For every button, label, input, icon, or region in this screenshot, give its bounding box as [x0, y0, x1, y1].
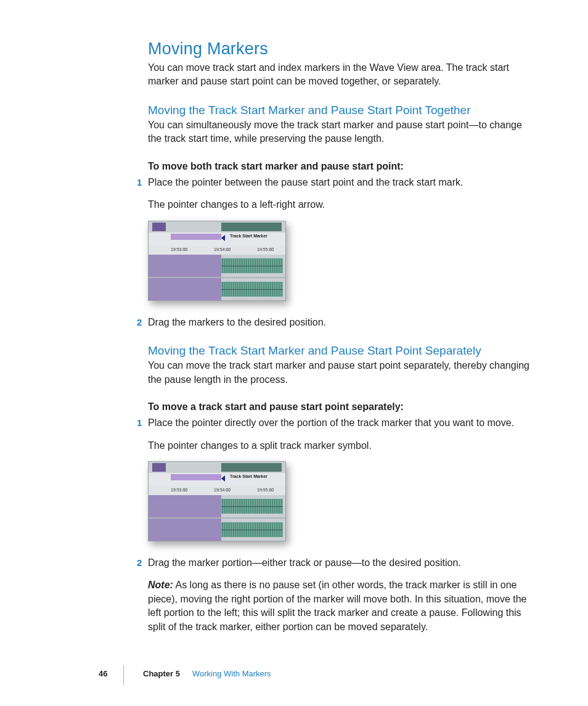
ruler-time-3: 19:55:00: [257, 488, 274, 492]
figure-top-row: [149, 462, 285, 473]
figure-1-wrap: Track Start Marker 19:53:00 19:54:00 19:…: [148, 221, 533, 301]
figure-wave-lane-1: [149, 255, 285, 277]
intro-paragraph: You can move track start and index marke…: [148, 61, 533, 89]
figure-marker-row: Track Start Marker: [149, 473, 285, 486]
figure-wave-lane-1: [149, 495, 285, 517]
step-text: Place the pointer directly over the port…: [148, 417, 514, 428]
section2-lead: You can move the track start marker and …: [148, 359, 533, 387]
step-text: Drag the markers to the desired position…: [148, 317, 326, 327]
ruler-time-1: 19:53:00: [171, 247, 187, 252]
figure-purple-block: [152, 223, 166, 231]
figure-marker-label: Track Start Marker: [230, 474, 267, 478]
note-label: Note:: [148, 580, 173, 590]
figure-ruler: 19:53:00 19:54:00 19:55:00: [149, 486, 285, 495]
figure-pause-region: [149, 278, 221, 300]
step-1-1-followup: The pointer changes to a left-right arro…: [148, 198, 533, 211]
page: Moving Markers You can move track start …: [0, 0, 588, 706]
step-number: 1: [137, 176, 142, 189]
figure-wave-lane-2: [149, 278, 285, 300]
step-number: 1: [137, 416, 142, 429]
figure-wave-lane-2: [149, 519, 285, 541]
figure-pause-bar: [171, 474, 221, 480]
figure-marker-label: Track Start Marker: [230, 234, 267, 238]
figure-top-row: [149, 221, 285, 232]
cursor-icon: [221, 473, 227, 482]
figure-waveform: [221, 282, 283, 297]
figure-waveform: [221, 499, 283, 514]
step-number: 2: [137, 316, 142, 329]
note-text: As long as there is no pause set (in oth…: [148, 580, 527, 631]
figure-pause-bar: [171, 234, 221, 240]
figure-pause-region: [149, 519, 221, 541]
figure-green-block: [221, 463, 282, 472]
ruler-time-2: 19:54:00: [214, 488, 231, 492]
step-1-1: 1 Place the pointer between the pause st…: [148, 176, 533, 189]
figure-green-block: [221, 223, 282, 231]
figure-pause-region: [149, 255, 221, 277]
page-number: 46: [99, 669, 107, 678]
heading-move-together: Moving the Track Start Marker and Pause …: [148, 104, 533, 117]
figure-2-wrap: Track Start Marker 19:53:00 19:54:00 19:…: [148, 461, 533, 541]
ruler-time-3: 19:55:00: [257, 247, 274, 252]
figure-waveview-separately: Track Start Marker 19:53:00 19:54:00 19:…: [148, 461, 286, 541]
heading-move-separately: Moving the Track Start Marker and Pause …: [148, 344, 533, 358]
step-text: Drag the marker portion—either track or …: [148, 557, 461, 568]
figure-pause-region: [149, 495, 221, 517]
procedure-title-2: To move a track start and pause start po…: [148, 400, 533, 414]
step-number: 2: [137, 556, 142, 569]
figure-marker-row: Track Start Marker: [149, 232, 285, 246]
figure-ruler: 19:53:00 19:54:00 19:55:00: [149, 246, 285, 255]
ruler-time-2: 19:54:00: [214, 247, 231, 252]
step-2-1-followup: The pointer changes to a split track mar…: [148, 439, 533, 453]
step-1-2: 2 Drag the markers to the desired positi…: [148, 316, 533, 329]
figure-waveform: [221, 258, 283, 273]
footer-rule: [123, 665, 124, 685]
figure-waveview-together: Track Start Marker 19:53:00 19:54:00 19:…: [148, 221, 286, 301]
heading-moving-markers: Moving Markers: [148, 39, 533, 59]
cursor-icon: [221, 232, 227, 241]
section1-lead: You can simultaneously move the track st…: [148, 118, 533, 146]
note-paragraph: Note: As long as there is no pause set (…: [148, 578, 533, 634]
step-2-1: 1 Place the pointer directly over the po…: [148, 416, 533, 430]
figure-waveform: [221, 522, 283, 537]
figure-purple-block: [152, 463, 166, 472]
step-2-2: 2 Drag the marker portion—either track o…: [148, 556, 533, 570]
procedure-title-1: To move both track start marker and paus…: [148, 160, 533, 173]
footer-chapter: Chapter 5: [143, 669, 180, 678]
step-text: Place the pointer between the pause star…: [148, 177, 463, 187]
ruler-time-1: 19:53:00: [171, 488, 187, 492]
footer-chapter-title: Working With Markers: [192, 669, 271, 678]
page-footer: 46 Chapter 5 Working With Markers: [0, 669, 588, 684]
